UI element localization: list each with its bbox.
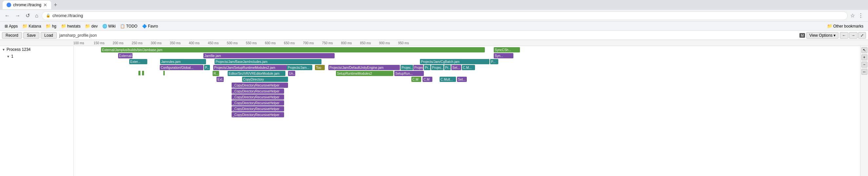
bookmark-star-button[interactable]: ☆ [850, 12, 855, 19]
trace-bar-syn2[interactable]: Syn... [494, 53, 514, 58]
trace-bar-default-unity[interactable]: Projects/Jam/DefaultUnityEngine.jam [329, 65, 400, 70]
small-green-3 [163, 71, 165, 75]
view-options-button[interactable]: View Options ▾ [806, 32, 838, 39]
trace-bar-copy-rec2[interactable]: _CopyDirectoryRecursiveHelper [231, 89, 284, 94]
trace-bar-projec3[interactable]: Projec... [431, 65, 443, 70]
trace-bar-cm3[interactable]: C.M [423, 77, 432, 82]
bookmarks-bar: ⊞ Apps 📁 Katana 📁 hg 📁 hwstats 📁 dev 🌐 W… [0, 22, 868, 31]
trace-bar-setuprun[interactable]: SetupRun... [394, 71, 424, 76]
zoom-in-button[interactable]: + [862, 55, 867, 60]
trace-label-jamrules: Jamrules.jam [161, 60, 180, 64]
trace-bar-setup-runtime-label[interactable]: SetupRuntimeModules2 [336, 71, 393, 76]
trace-bar-ext3[interactable]: Ext... [217, 77, 224, 82]
trace-label-too: Too [316, 66, 321, 69]
arrow-left-button[interactable]: ← [840, 32, 848, 39]
more-button[interactable]: ⋮ [856, 11, 865, 20]
trace-bar-copy-rec3[interactable]: _CopyDirectoryRecursiveHelper [231, 94, 284, 100]
process-sub-label: 1 [11, 54, 13, 59]
reload-button[interactable]: ↺ [24, 11, 32, 20]
bookmark-todo[interactable]: 📋 TODO [118, 23, 139, 30]
process-sub-item[interactable]: ▼ 1 [0, 53, 73, 60]
trace-bar-projec2[interactable]: Projec... [413, 65, 423, 70]
bookmark-wiki[interactable]: 🌐 Wiki [100, 23, 118, 30]
trace-label-projec2: Projec... [414, 66, 423, 69]
trace-bar-editor-module[interactable]: Editor/Src/VR/VREditorModule.jam [228, 71, 285, 76]
home-button[interactable]: ⌂ [33, 11, 40, 20]
arrow-right-button[interactable]: → [849, 32, 858, 39]
trace-label-setuprun: SetupRun... [395, 72, 413, 75]
fit-button[interactable]: ↔ [862, 69, 867, 75]
trace-bar-cmult[interactable]: C.Mult... [440, 77, 456, 82]
trace-bar-extjam-short[interactable]: External/Jam... [118, 53, 132, 58]
wiki-icon: 🌐 [102, 24, 107, 29]
trace-bar-copy-rec4[interactable]: _CopyDirectoryRecursiveHelper [231, 100, 284, 106]
cursor-button[interactable]: ↖ [862, 47, 867, 53]
trace-bar-basejam-includes[interactable]: Projects/Jam/BaseJamIncludes.jam [215, 59, 321, 64]
small-green-1 [138, 71, 141, 75]
trace-bar-ext-jamplus[interactable]: External/Jamplus/builds/bin/Jambase.jam [101, 47, 485, 52]
trace-bar-p1[interactable]: P... [204, 65, 210, 70]
load-button[interactable]: Load [41, 32, 57, 39]
process-header[interactable]: ▼ Process 1234 [0, 46, 73, 53]
trace-label-un: Un... [289, 72, 295, 75]
trace-area[interactable]: External/Jamplus/builds/bin/Jambase.jam … [74, 46, 860, 176]
bookmark-todo-label: TODO [126, 24, 137, 29]
trace-bar-cm2[interactable]: C.M [411, 77, 421, 82]
bookmark-hwstats[interactable]: 📁 hwstats [59, 23, 83, 30]
trace-bar-setup-runtime2[interactable]: Projects/Jam/SetupRuntimeModules2.jam [213, 65, 287, 70]
trace-bar-un[interactable]: Un... [288, 71, 295, 76]
bookmark-hwstats-label: hwstats [67, 24, 81, 29]
tab-close-button[interactable]: ✕ [43, 3, 47, 7]
trace-bar-copy-rec1[interactable]: _CopyDirectoryRecursiveHelper [231, 82, 288, 88]
bookmark-katana[interactable]: 📁 Katana [20, 23, 43, 30]
bookmark-other[interactable]: 📁 Other bookmarks [825, 23, 865, 30]
trace-label-copy-rec6: _CopyDirectoryRecursiveHelper [232, 113, 279, 117]
trace-label-cgbatch: Projects/Jam/CgBatch.jam [421, 60, 460, 64]
trace-label-exter2: Exter... [130, 60, 141, 64]
browser-tab[interactable]: chrome://tracing ✕ [3, 1, 51, 9]
expand-button[interactable]: ⤢ [858, 32, 866, 39]
trace-bar-set2[interactable]: Set... [457, 77, 467, 82]
tab-title: chrome://tracing [13, 3, 41, 7]
bookmark-wiki-label: Wiki [108, 24, 116, 29]
trace-label-synccsh: SyncCSh... [495, 48, 511, 52]
save-button[interactable]: Save [23, 32, 39, 39]
trace-bar-pr2[interactable]: Pr... [444, 65, 451, 70]
trace-label-extjam-short: External/Jam... [119, 54, 132, 58]
trace-bar-exter2[interactable]: Exter... [129, 59, 147, 64]
trace-bar-projec1[interactable]: Projec... [401, 65, 413, 70]
trace-bar-copy-rec5[interactable]: _CopyDirectoryRecursiveHelper [231, 106, 284, 111]
trace-label-config-global: Configuration/Global... [161, 66, 193, 69]
bookmark-hg[interactable]: 📁 hg [43, 23, 58, 30]
bookmark-katana-label: Katana [29, 24, 41, 29]
trace-bar-projects-jam-short[interactable]: Projects/Jam... [287, 65, 312, 70]
zoom-out-button[interactable]: − [862, 62, 867, 68]
back-button[interactable]: ← [3, 11, 12, 20]
forward-button[interactable]: → [13, 11, 22, 20]
trace-bar-p-right[interactable]: P... [490, 59, 498, 64]
trace-bar-jamfile[interactable]: Jamfile.jam [204, 53, 335, 58]
trace-bar-copy-rec6[interactable]: _CopyDirectoryRecursiveHelper [231, 112, 284, 117]
sub-chevron-icon: ▼ [6, 55, 10, 58]
bookmark-favro[interactable]: 🔷 Favro [140, 23, 160, 30]
bookmark-favro-label: Favro [148, 24, 158, 29]
ruler-250ms: 250 ms [132, 41, 143, 45]
bookmark-dev[interactable]: 📁 dev [83, 23, 99, 30]
trace-bar-cgbatch[interactable]: Projects/Jam/CgBatch.jam [420, 59, 490, 64]
bookmarks-right: 📁 Other bookmarks [825, 23, 865, 30]
new-tab-button[interactable]: + [54, 2, 57, 8]
trace-bar-jamrules[interactable]: Jamrules.jam [160, 59, 206, 64]
zoom-in-icon: + [863, 55, 865, 60]
trace-bar-copy-directory[interactable]: CopyDirectory [242, 77, 288, 82]
trace-bar-synccsh[interactable]: SyncCSh... [494, 47, 520, 52]
trace-bar-r[interactable]: R... [213, 71, 219, 76]
trace-bar-too[interactable]: Too [315, 65, 325, 70]
address-bar[interactable]: 🔒 chrome://tracing [42, 11, 848, 20]
record-button[interactable]: Record [2, 32, 22, 39]
trace-bar-set1[interactable]: Set... [452, 65, 461, 70]
trace-bar-config-global[interactable]: Configuration/Global... [160, 65, 204, 70]
bookmark-apps[interactable]: ⊞ Apps [3, 23, 20, 30]
trace-bar-cm1[interactable]: C.M... [462, 65, 475, 70]
trace-bar-pr1[interactable]: Pr... [424, 65, 430, 70]
trace-label-editor-module: Editor/Src/VR/VREditorModule.jam [229, 72, 279, 75]
